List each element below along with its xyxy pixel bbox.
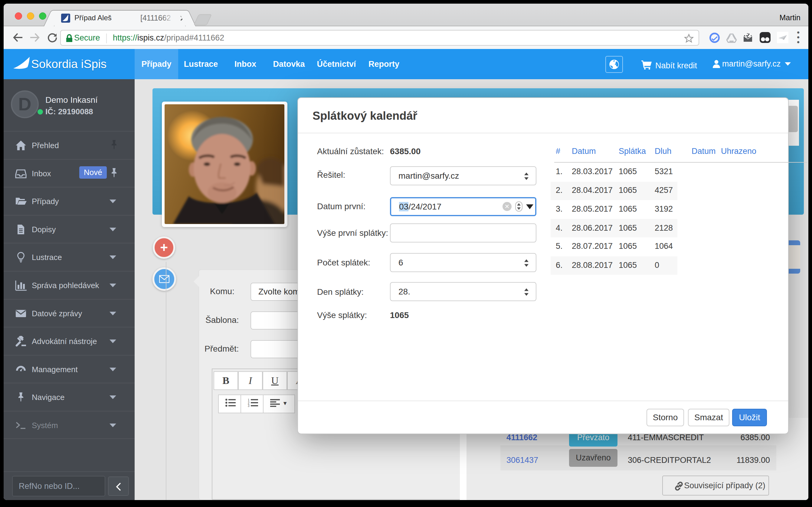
svg-text:3: 3 [248, 404, 250, 407]
